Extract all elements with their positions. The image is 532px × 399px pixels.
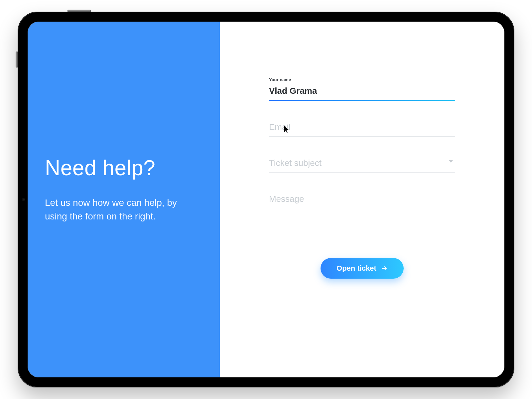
submit-row: Open ticket — [269, 258, 455, 279]
help-title: Need help? — [45, 156, 202, 180]
camera-icon — [22, 198, 25, 201]
form-panel: Your name Ticket subject — [220, 22, 504, 377]
help-subtitle: Let us now how we can help, by using the… — [45, 196, 178, 223]
email-input[interactable] — [269, 119, 455, 136]
name-field-wrapper: Your name — [269, 83, 455, 101]
arrow-right-icon — [381, 265, 388, 272]
message-field-wrapper — [269, 191, 455, 236]
open-ticket-button[interactable]: Open ticket — [321, 258, 404, 279]
canvas: Need help? Let us now how we can help, b… — [0, 0, 532, 399]
email-field-wrapper — [269, 119, 455, 137]
help-panel: Need help? Let us now how we can help, b… — [28, 22, 220, 377]
ticket-form: Your name Ticket subject — [269, 83, 455, 279]
chevron-down-icon — [449, 160, 453, 163]
message-textarea[interactable] — [269, 191, 455, 234]
name-label: Your name — [269, 77, 291, 82]
open-ticket-label: Open ticket — [336, 264, 376, 273]
subject-select[interactable]: Ticket subject — [269, 155, 455, 172]
tablet-frame: Need help? Let us now how we can help, b… — [18, 12, 514, 387]
screen: Need help? Let us now how we can help, b… — [28, 22, 504, 377]
subject-field-wrapper[interactable]: Ticket subject — [269, 155, 455, 173]
name-input[interactable] — [269, 83, 455, 100]
